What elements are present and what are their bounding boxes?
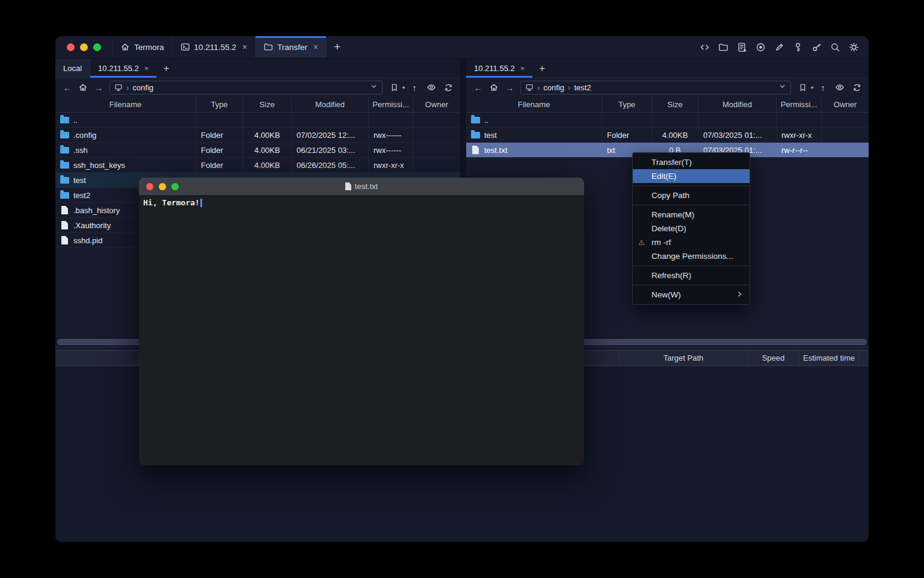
settings-button[interactable] (846, 40, 861, 55)
right-tab-host[interactable]: 10.211.55.2 × (466, 59, 532, 78)
column-header-size[interactable]: Size (651, 96, 698, 112)
home-button[interactable] (76, 80, 90, 95)
column-header-estimated-time[interactable]: Estimated time (799, 350, 859, 365)
menu-item-copy-path[interactable]: Copy Path (633, 188, 750, 202)
table-row[interactable]: .ssh Folder 4.00KB 06/21/2025 03:... rwx… (55, 143, 460, 158)
upload-button[interactable]: ↑ (816, 80, 830, 95)
column-header-size[interactable]: Size (242, 96, 291, 112)
column-header-filename[interactable]: Filename (466, 96, 602, 112)
minimize-window-button[interactable] (80, 43, 88, 51)
menu-item-transfer[interactable]: Transfer(T) (633, 155, 750, 169)
back-button[interactable]: ← (60, 80, 75, 95)
edit-button[interactable] (772, 40, 787, 55)
right-new-tab-button[interactable]: + (532, 59, 552, 78)
folder-icon (60, 192, 69, 199)
menu-item-change-permissions[interactable]: Change Permissions... (633, 249, 750, 263)
tab-transfer[interactable]: Transfer × (255, 36, 327, 58)
column-header-modified[interactable]: Modified (291, 96, 368, 112)
close-tab-icon[interactable]: × (242, 42, 247, 52)
folder-icon (60, 117, 69, 123)
show-hidden-button[interactable] (424, 80, 439, 95)
keys-button[interactable] (790, 40, 805, 55)
forward-button[interactable]: → (91, 80, 106, 95)
right-path-field[interactable]: › config › test2 (520, 81, 791, 95)
minimize-window-button[interactable] (159, 183, 166, 190)
close-tab-icon[interactable]: × (313, 42, 318, 52)
table-row[interactable]: .. (466, 113, 869, 128)
column-header-permissions[interactable]: Permissi... (368, 96, 413, 112)
code-snippets-button[interactable] (697, 40, 712, 55)
column-header-filename[interactable]: Filename (55, 96, 196, 112)
file-owner (821, 143, 869, 157)
breadcrumb-segment[interactable]: config (543, 83, 564, 92)
left-path-field[interactable]: › config (109, 81, 383, 95)
column-header-speed[interactable]: Speed (748, 350, 799, 365)
file-name: test (73, 176, 86, 185)
new-tab-button[interactable]: + (327, 36, 348, 58)
forward-button[interactable]: → (502, 80, 517, 95)
tab-termora[interactable]: Termora (112, 36, 172, 58)
right-toolbar-actions: ▾ ↑ (796, 80, 864, 95)
bookmark-dropdown-button[interactable]: ▾ (402, 85, 405, 90)
menu-item-new[interactable]: New(W) (633, 288, 750, 302)
menu-item-rm-rf[interactable]: ⚠ rm -rf (633, 235, 750, 249)
keychain-button[interactable] (809, 40, 824, 55)
breadcrumb-segment[interactable]: config (132, 83, 153, 92)
left-new-tab-button[interactable]: + (156, 59, 176, 78)
column-header-target-path[interactable]: Target Path (620, 350, 748, 365)
column-header-type[interactable]: Type (602, 96, 651, 112)
editor-content[interactable]: Hi, Termora! (139, 195, 584, 465)
context-menu: Transfer(T) Edit(E) Copy Path Rename(M) … (632, 152, 750, 305)
column-header-type[interactable]: Type (196, 96, 242, 112)
upload-button[interactable]: ↑ (407, 80, 422, 95)
path-dropdown-button[interactable] (370, 82, 378, 92)
column-header-modified[interactable]: Modified (698, 96, 776, 112)
tab-host[interactable]: 10.211.55.2 × (172, 36, 256, 58)
close-window-button[interactable] (67, 43, 75, 51)
table-row[interactable]: test Folder 4.00KB 07/03/2025 01:... rwx… (466, 128, 869, 143)
menu-item-rename[interactable]: Rename(M) (633, 208, 750, 222)
file-owner (413, 158, 460, 172)
menu-item-refresh[interactable]: Refresh(R) (633, 269, 750, 282)
search-button[interactable] (828, 40, 843, 55)
close-window-button[interactable] (146, 183, 153, 190)
folder-icon (263, 42, 273, 52)
close-tab-icon[interactable]: × (520, 64, 525, 73)
table-row[interactable]: .config Folder 4.00KB 07/02/2025 12:... … (55, 128, 460, 143)
home-icon (489, 82, 499, 92)
column-header-permissions[interactable]: Permissi... (776, 96, 821, 112)
table-row[interactable]: ssh_host_keys Folder 4.00KB 06/26/2025 0… (55, 158, 460, 173)
file-permissions (776, 113, 821, 127)
macro-record-button[interactable] (753, 40, 768, 55)
bookmark-button[interactable] (796, 80, 810, 95)
back-button[interactable]: ← (471, 80, 485, 95)
home-button[interactable] (487, 80, 501, 95)
chevron-down-icon (778, 82, 786, 90)
subtab-label: 10.211.55.2 (98, 64, 139, 73)
bookmark-button[interactable] (387, 80, 402, 95)
zoom-window-button[interactable] (171, 183, 179, 190)
gear-icon (849, 42, 859, 52)
left-tab-local[interactable]: Local (55, 59, 90, 78)
bookmark-dropdown-button[interactable]: ▾ (811, 85, 813, 90)
table-row[interactable]: .. (55, 113, 460, 128)
zoom-window-button[interactable] (93, 43, 101, 51)
menu-item-edit[interactable]: Edit(E) (633, 169, 750, 183)
file-icon (61, 221, 68, 229)
refresh-button[interactable] (441, 80, 455, 95)
close-tab-icon[interactable]: × (144, 64, 149, 73)
column-header-owner[interactable]: Owner (821, 96, 869, 112)
keychain-icon (812, 42, 822, 52)
path-dropdown-button[interactable] (778, 82, 786, 92)
log-button[interactable] (735, 40, 750, 55)
editor-titlebar[interactable]: test.txt (139, 178, 584, 195)
tab-label: Termora (134, 43, 164, 52)
breadcrumb-segment[interactable]: test2 (574, 83, 591, 92)
sftp-button[interactable] (716, 40, 731, 55)
refresh-button[interactable] (849, 80, 864, 95)
show-hidden-button[interactable] (833, 80, 847, 95)
left-tab-host[interactable]: 10.211.55.2 × (90, 59, 156, 78)
submenu-chevron-icon (736, 290, 744, 300)
menu-item-delete[interactable]: Delete(D) (633, 222, 750, 235)
column-header-owner[interactable]: Owner (413, 96, 460, 112)
